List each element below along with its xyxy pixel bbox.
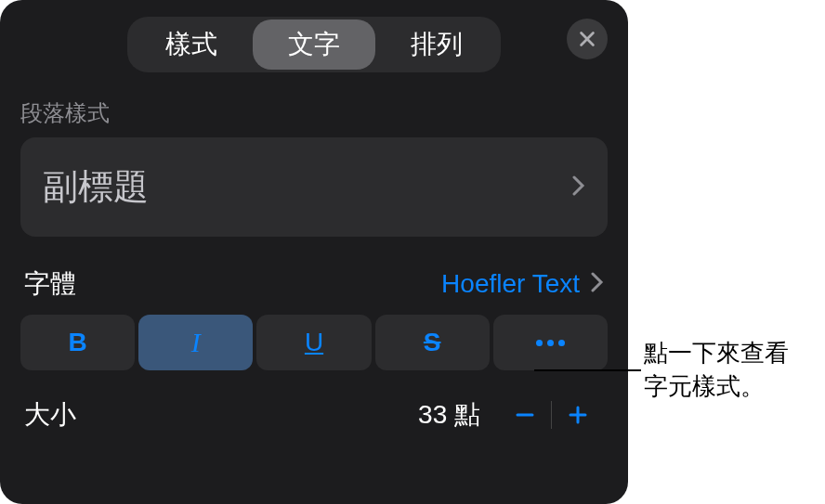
underline-button[interactable]: U [256, 315, 371, 370]
italic-icon: I [191, 327, 201, 358]
paragraph-style-label: 段落樣式 [20, 98, 608, 128]
callout-line1: 點一下來查看 [644, 336, 789, 369]
format-buttons: B I U S [20, 315, 608, 370]
size-row: 大小 33 點 [20, 394, 608, 435]
chevron-right-icon [572, 175, 585, 200]
tab-style[interactable]: 樣式 [130, 19, 253, 70]
size-stepper [499, 394, 604, 435]
segmented-control: 樣式 文字 排列 [127, 17, 501, 72]
font-value: Hoefler Text [441, 269, 580, 299]
tab-arrange[interactable]: 排列 [375, 19, 498, 70]
italic-button[interactable]: I [138, 315, 253, 370]
font-row: 字體 Hoefler Text [20, 266, 608, 302]
strikethrough-icon: S [424, 328, 441, 357]
bold-icon: B [68, 328, 86, 357]
format-panel: 樣式 文字 排列 段落樣式 副標題 字體 Hoefler Text [0, 0, 628, 504]
callout-text: 點一下來查看 字元樣式。 [644, 336, 789, 404]
paragraph-style-value: 副標題 [43, 163, 149, 211]
size-increase-button[interactable] [552, 394, 604, 435]
size-label: 大小 [24, 397, 76, 433]
plus-icon [567, 404, 589, 426]
size-decrease-button[interactable] [499, 394, 551, 435]
underline-icon: U [305, 328, 323, 357]
paragraph-style-selector[interactable]: 副標題 [20, 137, 608, 237]
size-value: 33 點 [418, 397, 480, 433]
minus-icon [514, 404, 536, 426]
close-icon [577, 29, 597, 49]
more-icon [536, 340, 565, 346]
strikethrough-button[interactable]: S [375, 315, 490, 370]
tab-text[interactable]: 文字 [253, 19, 375, 70]
font-selector[interactable]: Hoefler Text [441, 269, 604, 299]
close-button[interactable] [567, 19, 608, 59]
size-controls: 33 點 [418, 394, 604, 435]
chevron-right-icon [591, 272, 604, 296]
bold-button[interactable]: B [20, 315, 135, 370]
more-options-button[interactable] [493, 315, 608, 370]
font-label: 字體 [24, 266, 76, 302]
callout-line2: 字元樣式。 [644, 369, 789, 403]
callout-line [534, 369, 641, 371]
tabs-row: 樣式 文字 排列 [20, 17, 608, 72]
